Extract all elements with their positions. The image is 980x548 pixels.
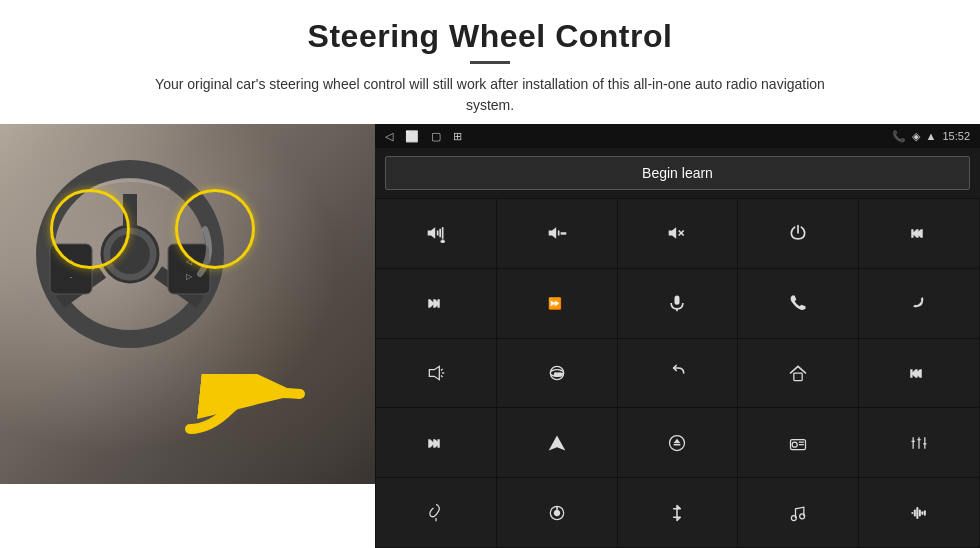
wifi-status-icon: ▲ bbox=[926, 130, 937, 142]
svg-marker-39 bbox=[548, 435, 565, 450]
svg-text:⏮: ⏮ bbox=[911, 227, 924, 241]
mute-button[interactable] bbox=[618, 199, 738, 268]
status-right: 📞 ◈ ▲ 15:52 bbox=[892, 130, 970, 143]
home-button[interactable] bbox=[738, 339, 858, 408]
horn-button[interactable] bbox=[376, 339, 496, 408]
highlight-circle-right bbox=[175, 189, 255, 269]
svg-point-54 bbox=[554, 510, 559, 515]
android-ui-section: ◁ ⬜ ▢ ⊞ 📞 ◈ ▲ 15:52 Begin learn bbox=[375, 124, 980, 548]
page-wrapper: Steering Wheel Control Your original car… bbox=[0, 0, 980, 548]
fast-forward-button[interactable]: ⏩ bbox=[497, 269, 617, 338]
svg-line-30 bbox=[441, 369, 443, 371]
back-nav-icon[interactable]: ◁ bbox=[385, 130, 393, 143]
svg-line-32 bbox=[441, 375, 443, 377]
svg-text:⏭: ⏭ bbox=[428, 436, 441, 450]
vol-up-button[interactable]: + bbox=[376, 199, 496, 268]
svg-marker-18 bbox=[548, 228, 556, 240]
status-time: 15:52 bbox=[942, 130, 970, 142]
arrow-container bbox=[180, 374, 320, 454]
subtitle: Your original car's steering wheel contr… bbox=[140, 74, 840, 116]
voice-button[interactable] bbox=[376, 478, 496, 547]
content-row: + - ◁ ▷ bbox=[0, 124, 980, 548]
begin-learn-button[interactable]: Begin learn bbox=[385, 156, 970, 190]
highlight-circle-left bbox=[50, 189, 130, 269]
controls-grid: + − ⏮ ⏭ bbox=[375, 198, 980, 548]
svg-point-44 bbox=[792, 442, 797, 447]
skip-backward-button[interactable]: ⏮ bbox=[859, 339, 979, 408]
recent-nav-icon[interactable]: ▢ bbox=[431, 130, 441, 143]
begin-learn-row: Begin learn bbox=[375, 148, 980, 198]
svg-marker-29 bbox=[429, 366, 439, 379]
back-button[interactable] bbox=[618, 339, 738, 408]
svg-text:⏭: ⏭ bbox=[428, 296, 441, 310]
svg-text:▷: ▷ bbox=[186, 272, 193, 281]
music-button[interactable] bbox=[738, 478, 858, 547]
radio-button[interactable] bbox=[738, 408, 858, 477]
equalizer-adjust-button[interactable] bbox=[859, 408, 979, 477]
android-status-bar: ◁ ⬜ ▢ ⊞ 📞 ◈ ▲ 15:52 bbox=[375, 124, 980, 148]
sound-wave-button[interactable] bbox=[859, 478, 979, 547]
bluetooth-button[interactable] bbox=[618, 478, 738, 547]
eject-button[interactable] bbox=[618, 408, 738, 477]
car-image-section: + - ◁ ▷ bbox=[0, 124, 375, 484]
page-title: Steering Wheel Control bbox=[40, 18, 940, 55]
media-indicator-icon: ⊞ bbox=[453, 130, 462, 143]
vol-down-button[interactable]: − bbox=[497, 199, 617, 268]
svg-text:⏮: ⏮ bbox=[910, 366, 923, 380]
svg-rect-36 bbox=[794, 373, 802, 381]
title-divider bbox=[470, 61, 510, 64]
phone-answer-button[interactable] bbox=[738, 269, 858, 338]
svg-marker-21 bbox=[669, 228, 677, 240]
svg-text:360°: 360° bbox=[554, 372, 563, 377]
svg-marker-42 bbox=[674, 439, 681, 443]
camera-360-button[interactable]: 360° bbox=[497, 339, 617, 408]
svg-text:-: - bbox=[70, 272, 73, 281]
svg-marker-13 bbox=[428, 228, 436, 240]
header-section: Steering Wheel Control Your original car… bbox=[0, 0, 980, 124]
svg-text:−: − bbox=[561, 228, 566, 238]
microphone-button[interactable] bbox=[618, 269, 738, 338]
next-track-button[interactable]: ⏭ bbox=[376, 269, 496, 338]
svg-text:⏩: ⏩ bbox=[548, 296, 562, 310]
svg-text:+: + bbox=[441, 238, 445, 243]
phone-status-icon: 📞 bbox=[892, 130, 906, 143]
android-wrapper: ◁ ⬜ ▢ ⊞ 📞 ◈ ▲ 15:52 Begin learn bbox=[375, 124, 980, 548]
power-button[interactable] bbox=[738, 199, 858, 268]
status-left: ◁ ⬜ ▢ ⊞ bbox=[385, 130, 462, 143]
location-status-icon: ◈ bbox=[912, 130, 920, 143]
knob-button[interactable] bbox=[497, 478, 617, 547]
phone-hangup-button[interactable] bbox=[859, 269, 979, 338]
skip-forward-button[interactable]: ⏭ bbox=[376, 408, 496, 477]
home-nav-icon[interactable]: ⬜ bbox=[405, 130, 419, 143]
navigation-button[interactable] bbox=[497, 408, 617, 477]
prev-skip-button[interactable]: ⏮ bbox=[859, 199, 979, 268]
svg-rect-27 bbox=[675, 296, 680, 305]
